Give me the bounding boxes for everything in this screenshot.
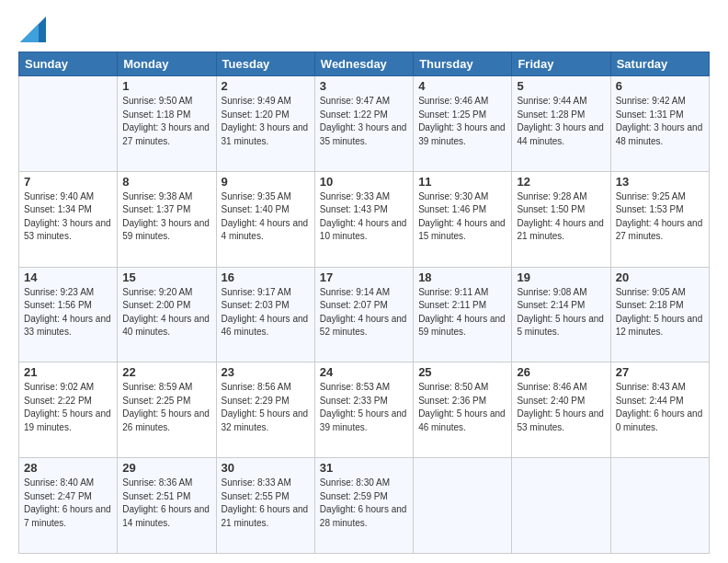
day-number: 24 — [320, 365, 408, 379]
day-number: 16 — [222, 270, 310, 284]
day-number: 8 — [122, 175, 210, 189]
logo-icon — [20, 17, 46, 42]
calendar-cell: 1Sunrise: 9:50 AMSunset: 1:18 PMDaylight… — [118, 76, 216, 172]
header — [18, 17, 710, 42]
day-info: Sunrise: 9:08 AMSunset: 2:14 PMDaylight:… — [517, 286, 605, 339]
day-number: 11 — [418, 175, 506, 189]
day-number: 17 — [320, 270, 408, 284]
calendar-cell: 16Sunrise: 9:17 AMSunset: 2:03 PMDayligh… — [216, 267, 314, 362]
day-info: Sunrise: 8:43 AMSunset: 2:44 PMDaylight:… — [616, 381, 704, 434]
day-info: Sunrise: 9:14 AMSunset: 2:07 PMDaylight:… — [320, 286, 408, 339]
day-info: Sunrise: 9:40 AMSunset: 1:34 PMDaylight:… — [24, 190, 112, 244]
day-number: 1 — [122, 79, 210, 93]
day-number: 9 — [222, 175, 310, 189]
day-number: 27 — [616, 365, 704, 379]
day-number: 4 — [418, 79, 506, 93]
calendar-cell: 25Sunrise: 8:50 AMSunset: 2:36 PMDayligh… — [414, 362, 512, 458]
calendar-cell: 29Sunrise: 8:36 AMSunset: 2:51 PMDayligh… — [118, 458, 216, 554]
day-info: Sunrise: 9:17 AMSunset: 2:03 PMDaylight:… — [222, 286, 310, 339]
day-number: 26 — [517, 365, 605, 379]
day-number: 21 — [24, 365, 112, 379]
day-info: Sunrise: 9:25 AMSunset: 1:53 PMDaylight:… — [616, 190, 704, 244]
calendar-cell — [414, 458, 512, 554]
day-info: Sunrise: 9:33 AMSunset: 1:43 PMDaylight:… — [320, 190, 408, 244]
day-number: 28 — [24, 461, 112, 475]
calendar-cell: 22Sunrise: 8:59 AMSunset: 2:25 PMDayligh… — [118, 362, 216, 458]
day-number: 29 — [122, 461, 210, 475]
day-info: Sunrise: 9:23 AMSunset: 1:56 PMDaylight:… — [24, 286, 112, 339]
svg-marker-1 — [20, 24, 39, 42]
calendar-cell: 20Sunrise: 9:05 AMSunset: 2:18 PMDayligh… — [610, 267, 709, 362]
day-number: 2 — [222, 79, 310, 93]
day-number: 7 — [24, 175, 112, 189]
calendar-cell — [610, 458, 709, 554]
calendar-cell — [512, 458, 610, 554]
day-info: Sunrise: 8:53 AMSunset: 2:33 PMDaylight:… — [320, 381, 408, 434]
weekday-header-sunday: Sunday — [19, 52, 118, 76]
day-info: Sunrise: 9:38 AMSunset: 1:37 PMDaylight:… — [122, 190, 210, 244]
day-number: 25 — [418, 365, 506, 379]
day-number: 10 — [320, 175, 408, 189]
day-info: Sunrise: 9:28 AMSunset: 1:50 PMDaylight:… — [517, 190, 605, 244]
day-number: 6 — [616, 79, 704, 93]
day-info: Sunrise: 9:20 AMSunset: 2:00 PMDaylight:… — [122, 286, 210, 339]
day-number: 15 — [122, 270, 210, 284]
page: SundayMondayTuesdayWednesdayThursdayFrid… — [0, 0, 728, 563]
calendar-cell: 15Sunrise: 9:20 AMSunset: 2:00 PMDayligh… — [118, 267, 216, 362]
logo — [18, 17, 46, 42]
calendar-cell: 17Sunrise: 9:14 AMSunset: 2:07 PMDayligh… — [314, 267, 413, 362]
weekday-header-monday: Monday — [118, 52, 216, 76]
calendar-cell: 8Sunrise: 9:38 AMSunset: 1:37 PMDaylight… — [118, 171, 216, 267]
calendar-cell: 30Sunrise: 8:33 AMSunset: 2:55 PMDayligh… — [216, 458, 314, 554]
day-info: Sunrise: 8:59 AMSunset: 2:25 PMDaylight:… — [122, 381, 210, 434]
week-row-4: 21Sunrise: 9:02 AMSunset: 2:22 PMDayligh… — [19, 362, 710, 458]
day-number: 31 — [320, 461, 408, 475]
calendar-cell: 13Sunrise: 9:25 AMSunset: 1:53 PMDayligh… — [610, 171, 709, 267]
day-info: Sunrise: 9:49 AMSunset: 1:20 PMDaylight:… — [222, 95, 310, 148]
day-info: Sunrise: 9:05 AMSunset: 2:18 PMDaylight:… — [616, 286, 704, 339]
calendar-cell: 14Sunrise: 9:23 AMSunset: 1:56 PMDayligh… — [19, 267, 118, 362]
calendar-cell: 9Sunrise: 9:35 AMSunset: 1:40 PMDaylight… — [216, 171, 314, 267]
calendar-cell: 2Sunrise: 9:49 AMSunset: 1:20 PMDaylight… — [216, 76, 314, 172]
day-number: 13 — [616, 175, 704, 189]
calendar-cell: 7Sunrise: 9:40 AMSunset: 1:34 PMDaylight… — [19, 171, 118, 267]
day-number: 5 — [517, 79, 605, 93]
day-number: 3 — [320, 79, 408, 93]
week-row-2: 7Sunrise: 9:40 AMSunset: 1:34 PMDaylight… — [19, 171, 710, 267]
day-info: Sunrise: 8:46 AMSunset: 2:40 PMDaylight:… — [517, 381, 605, 434]
calendar-cell: 19Sunrise: 9:08 AMSunset: 2:14 PMDayligh… — [512, 267, 610, 362]
week-row-5: 28Sunrise: 8:40 AMSunset: 2:47 PMDayligh… — [19, 458, 710, 554]
calendar-cell: 18Sunrise: 9:11 AMSunset: 2:11 PMDayligh… — [414, 267, 512, 362]
calendar-cell: 11Sunrise: 9:30 AMSunset: 1:46 PMDayligh… — [414, 171, 512, 267]
calendar-cell: 12Sunrise: 9:28 AMSunset: 1:50 PMDayligh… — [512, 171, 610, 267]
weekday-header-row: SundayMondayTuesdayWednesdayThursdayFrid… — [19, 52, 710, 76]
day-info: Sunrise: 9:02 AMSunset: 2:22 PMDaylight:… — [24, 381, 112, 434]
week-row-1: 1Sunrise: 9:50 AMSunset: 1:18 PMDaylight… — [19, 76, 710, 172]
day-number: 20 — [616, 270, 704, 284]
calendar-cell: 27Sunrise: 8:43 AMSunset: 2:44 PMDayligh… — [610, 362, 709, 458]
day-number: 19 — [517, 270, 605, 284]
calendar-cell: 10Sunrise: 9:33 AMSunset: 1:43 PMDayligh… — [314, 171, 413, 267]
weekday-header-wednesday: Wednesday — [314, 52, 413, 76]
day-info: Sunrise: 8:30 AMSunset: 2:59 PMDaylight:… — [320, 477, 408, 530]
day-number: 14 — [24, 270, 112, 284]
day-info: Sunrise: 9:42 AMSunset: 1:31 PMDaylight:… — [616, 95, 704, 148]
calendar-cell: 24Sunrise: 8:53 AMSunset: 2:33 PMDayligh… — [314, 362, 413, 458]
calendar-cell: 26Sunrise: 8:46 AMSunset: 2:40 PMDayligh… — [512, 362, 610, 458]
calendar-cell — [19, 76, 118, 172]
calendar-cell: 4Sunrise: 9:46 AMSunset: 1:25 PMDaylight… — [414, 76, 512, 172]
calendar-cell: 5Sunrise: 9:44 AMSunset: 1:28 PMDaylight… — [512, 76, 610, 172]
day-number: 30 — [222, 461, 310, 475]
weekday-header-friday: Friday — [512, 52, 610, 76]
calendar-cell: 21Sunrise: 9:02 AMSunset: 2:22 PMDayligh… — [19, 362, 118, 458]
day-info: Sunrise: 8:40 AMSunset: 2:47 PMDaylight:… — [24, 477, 112, 530]
calendar-cell: 3Sunrise: 9:47 AMSunset: 1:22 PMDaylight… — [314, 76, 413, 172]
day-info: Sunrise: 8:33 AMSunset: 2:55 PMDaylight:… — [222, 477, 310, 530]
day-number: 18 — [418, 270, 506, 284]
day-info: Sunrise: 9:50 AMSunset: 1:18 PMDaylight:… — [122, 95, 210, 148]
day-info: Sunrise: 9:11 AMSunset: 2:11 PMDaylight:… — [418, 286, 506, 339]
day-info: Sunrise: 9:35 AMSunset: 1:40 PMDaylight:… — [222, 190, 310, 244]
day-info: Sunrise: 9:47 AMSunset: 1:22 PMDaylight:… — [320, 95, 408, 148]
calendar-cell: 6Sunrise: 9:42 AMSunset: 1:31 PMDaylight… — [610, 76, 709, 172]
day-info: Sunrise: 9:46 AMSunset: 1:25 PMDaylight:… — [418, 95, 506, 148]
